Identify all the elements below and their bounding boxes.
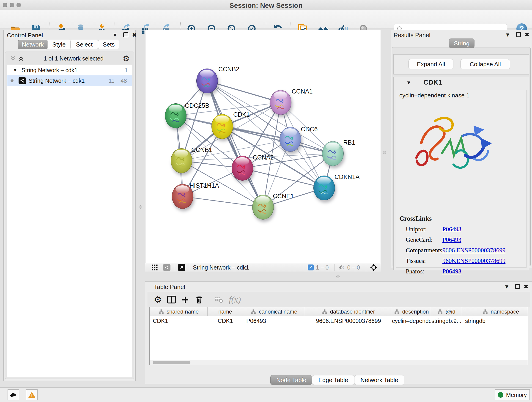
network-node-cdk1[interactable] [211, 114, 233, 139]
hidden-count: 0 – 0 [347, 264, 360, 271]
right-splitter-handle[interactable] [383, 151, 386, 154]
network-row[interactable]: String Network – cdk1 11 48 [7, 75, 132, 86]
network-node-ccne1[interactable] [252, 195, 274, 220]
table-cell[interactable]: CDK1 [150, 318, 208, 324]
table-tabs: Node Table Edge Table Network Table [270, 375, 404, 385]
network-node-ccnb2[interactable] [196, 69, 218, 93]
float-panel-icon[interactable] [515, 284, 520, 290]
section-expander-icon[interactable]: ▼ [406, 80, 411, 86]
float-panel-icon[interactable] [516, 32, 521, 38]
tab-select[interactable]: Select [70, 40, 98, 49]
status-bar: Memory [0, 387, 532, 402]
add-column-icon[interactable]: + [178, 293, 192, 306]
cloud-status-button[interactable] [7, 389, 19, 400]
network-edge[interactable] [242, 168, 324, 188]
tab-string[interactable]: String [449, 38, 475, 48]
close-panel-icon[interactable]: ✖ [525, 32, 529, 38]
horizontal-scrollbar[interactable] [150, 360, 528, 365]
column-header-canonical-name[interactable]: canonical name [243, 307, 305, 316]
protein-structure-image [405, 104, 495, 193]
network-edge-count: 48 [120, 77, 127, 84]
node-label-ccne1: CCNE1 [273, 193, 294, 200]
column-header-database-identifier[interactable]: database identifier [305, 307, 392, 316]
delete-column-icon[interactable] [192, 295, 206, 304]
network-node-rb1[interactable] [322, 141, 344, 166]
fit-selection-crosshair-icon[interactable] [370, 264, 378, 271]
table-cell[interactable]: stringdb [462, 318, 528, 324]
network-tab-content: 1 of 1 Network selected ⚙ ▼ String Netwo… [5, 51, 134, 379]
crosslink-link[interactable]: P06493 [443, 226, 462, 233]
column-header--id[interactable]: @id [431, 307, 462, 316]
node-label-cdc6: CDC6 [301, 126, 318, 133]
memory-label: Memory [506, 392, 527, 398]
crosslink-link[interactable]: 9606.ENSP00000378699 [443, 257, 505, 264]
column-header-description[interactable]: description [392, 307, 431, 316]
expand-all-button[interactable]: Expand All [409, 59, 453, 69]
network-node-ccna2[interactable] [232, 156, 253, 181]
network-node-cdkn1a[interactable] [313, 176, 335, 200]
tab-sets[interactable]: Sets [98, 40, 119, 49]
column-header-shared-name[interactable]: shared name [150, 307, 208, 316]
network-node-cdc25b[interactable] [165, 103, 186, 128]
expand-all-icon[interactable] [18, 55, 25, 62]
network-node-ccnb1[interactable] [171, 148, 192, 173]
left-splitter-handle[interactable] [139, 205, 142, 209]
section-body: cyclin–dependent kinase 1 [396, 90, 526, 268]
network-edge[interactable] [207, 81, 281, 102]
memory-button[interactable]: Memory [495, 389, 530, 400]
crosslink-link[interactable]: P06493 [443, 268, 462, 275]
protein-structure-glyph [273, 96, 289, 112]
network-edge[interactable] [183, 196, 263, 207]
table-cell[interactable]: cyclin–dependent ... [392, 318, 431, 324]
panel-menu-icon[interactable]: ▼ [505, 32, 510, 38]
column-header-namespace[interactable]: namespace [462, 307, 528, 316]
close-panel-icon[interactable]: ✖ [524, 283, 528, 290]
network-selection-status: 1 of 1 Network selected [25, 55, 123, 62]
memory-status-dot-icon [498, 392, 503, 398]
network-collection-row[interactable]: ▼ String Network – cdk1 1 [7, 65, 132, 75]
cloud-icon [9, 391, 17, 399]
table-row[interactable]: CDK1CDK1P064939606.ENSP00000378699cyclin… [150, 316, 528, 325]
table-cell[interactable]: CDK1 [208, 318, 243, 324]
column-header-name[interactable]: name [208, 307, 243, 316]
network-node-cdc6[interactable] [279, 127, 301, 152]
collapse-all-button[interactable]: Collapse All [461, 59, 510, 69]
table-cell[interactable]: stringdb:9... [431, 318, 462, 324]
bottom-splitter-handle[interactable] [336, 275, 340, 278]
network-node-ccna1[interactable] [270, 90, 291, 115]
show-columns-icon[interactable] [165, 296, 178, 303]
tab-network-table[interactable]: Network Table [354, 375, 404, 385]
node-label-cdk1: CDK1 [233, 111, 250, 118]
float-panel-icon[interactable] [123, 32, 128, 39]
collection-expander-icon[interactable]: ▼ [13, 68, 17, 73]
panel-menu-icon[interactable]: ▼ [112, 32, 118, 38]
tab-network[interactable]: Network [18, 40, 48, 49]
hidden-eye-slash-icon[interactable] [338, 264, 345, 271]
crosslink-link[interactable]: 9606.ENSP00000378699 [443, 247, 505, 254]
close-panel-icon[interactable]: ✖ [132, 32, 137, 38]
crosslink-link[interactable]: P06493 [443, 236, 462, 243]
network-canvas[interactable]: CCNB2 CCNA1 CDC25B CDK1 CDC6 RB1 [145, 30, 381, 263]
selected-checkbox-icon[interactable]: ✓ [308, 264, 314, 270]
network-share-icon[interactable] [163, 264, 171, 271]
table-header-row: shared namename canonical name database … [150, 307, 528, 316]
birdseye-view-icon[interactable] [178, 264, 185, 271]
node-table[interactable]: shared namename canonical name database … [149, 307, 528, 365]
crosslink-label: Pharos: [406, 268, 443, 275]
grid-view-icon[interactable] [151, 264, 158, 271]
crosslink-row: Compartments:9606.ENSP00000378699 [406, 247, 505, 254]
node-label-hist1h1a: HIST1H1A [190, 182, 219, 189]
tab-style[interactable]: Style [47, 40, 70, 49]
table-cell[interactable]: P06493 [243, 318, 305, 324]
scrollbar-thumb[interactable] [153, 361, 190, 364]
collapse-all-icon[interactable] [9, 55, 16, 62]
network-options-gear-icon[interactable]: ⚙ [123, 55, 130, 62]
table-options-gear-icon[interactable]: ⚙ [151, 294, 165, 305]
warnings-button[interactable] [26, 389, 38, 400]
network-view-toolbar: String Network – cdk1 ✓ 1 – 0 0 – 0 [145, 263, 381, 272]
panel-menu-icon[interactable]: ▼ [504, 283, 510, 290]
tab-edge-table[interactable]: Edge Table [312, 375, 355, 385]
table-cell[interactable]: 9606.ENSP00000378699 [305, 318, 392, 324]
tab-node-table[interactable]: Node Table [270, 375, 312, 385]
node-label-rb1: RB1 [343, 139, 355, 146]
